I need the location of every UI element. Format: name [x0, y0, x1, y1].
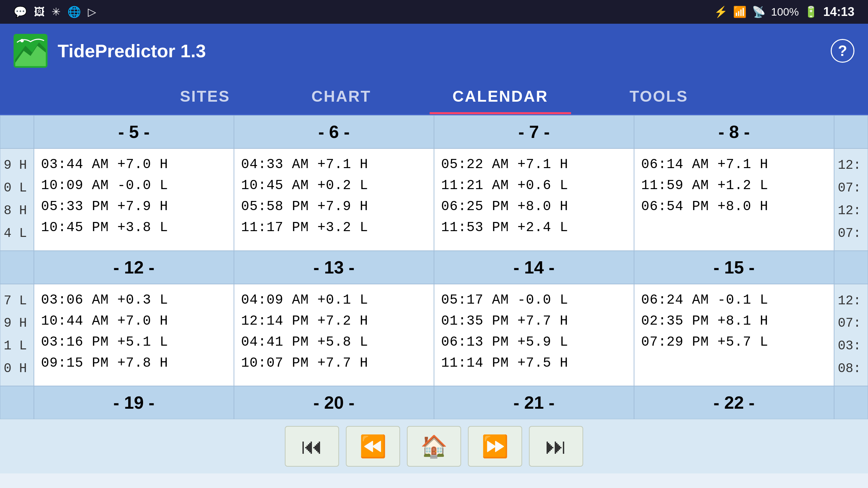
tab-chart[interactable]: CHART — [271, 78, 412, 114]
week1-right-t4: 07: — [838, 222, 864, 245]
week2-left-header — [0, 251, 34, 284]
week1-day7-tides: 05:22 AM +7.1 H 11:21 AM +0.6 L 06:25 PM… — [434, 148, 634, 251]
week3-day22-header[interactable]: - 22 - — [634, 386, 834, 419]
week2-day12-tide1: 03:06 AM +0.3 L — [41, 290, 227, 311]
week2-right-header — [834, 251, 868, 284]
week2-right-t3: 03: — [838, 335, 864, 358]
week1-day6-tide1: 04:33 AM +7.1 H — [241, 154, 427, 175]
week3-left-header — [0, 386, 34, 419]
week2-left-t1: 7 L — [4, 290, 30, 312]
status-icons-right: ⚡ 📶 📡 100% 🔋 14:13 — [714, 5, 854, 19]
week2-day13-header[interactable]: - 13 - — [234, 251, 434, 284]
nav-tabs: SITES CHART CALENDAR TOOLS — [0, 78, 868, 115]
week2-day12-tides: 03:06 AM +0.3 L 10:44 AM +7.0 H 03:16 PM… — [34, 284, 234, 386]
week1-left-t4: 4 L — [4, 222, 30, 245]
week2-right-tides: 12: 07: 03: 08: — [834, 284, 868, 386]
home-button[interactable]: 🏠 — [407, 426, 461, 467]
battery-percent: 100% — [771, 6, 799, 18]
week2-day13-tides: 04:09 AM +0.1 L 12:14 PM +7.2 H 04:41 PM… — [234, 284, 434, 386]
app-bar: TidePredictor 1.3 ? — [0, 24, 868, 78]
globe-icon: 🌐 — [67, 5, 81, 18]
week1-day7-tide4: 11:53 PM +2.4 L — [441, 217, 627, 238]
week2-left-t4: 0 H — [4, 358, 30, 380]
week1-day5-header[interactable]: - 5 - — [34, 115, 234, 148]
week1-day7-tide1: 05:22 AM +7.1 H — [441, 154, 627, 175]
week1-left-header — [0, 115, 34, 148]
week3-day19-header[interactable]: - 19 - — [34, 386, 234, 419]
week1-day5-tide3: 05:33 PM +7.9 H — [41, 196, 227, 217]
help-button[interactable]: ? — [831, 39, 854, 63]
week2-day15-tide1: 06:24 AM -0.1 L — [641, 290, 827, 311]
message-icon: 💬 — [14, 5, 27, 18]
week1-day7-header[interactable]: - 7 - — [434, 115, 634, 148]
week2-left-tides: 7 L 9 H 1 L 0 H — [0, 284, 34, 386]
week2-right-t4: 08: — [838, 358, 864, 380]
week3-right-header — [834, 386, 868, 419]
tab-tools[interactable]: TOOLS — [589, 78, 729, 114]
week1-day7-tide3: 06:25 PM +8.0 H — [441, 196, 627, 217]
week1-day5-tide4: 10:45 PM +3.8 L — [41, 217, 227, 238]
week1-right-header — [834, 115, 868, 148]
wifi-icon: 📶 — [733, 5, 747, 18]
week1-left-t2: 0 L — [4, 177, 30, 200]
tab-calendar[interactable]: CALENDAR — [412, 78, 589, 114]
week2-day15-tides: 06:24 AM -0.1 L 02:35 PM +8.1 H 07:29 PM… — [634, 284, 834, 386]
week2-day12-tide3: 03:16 PM +5.1 L — [41, 332, 227, 353]
week2-day15-tide3: 07:29 PM +5.7 L — [641, 332, 827, 353]
svg-point-3 — [20, 39, 24, 42]
week1-day6-tides: 04:33 AM +7.1 H 10:45 AM +0.2 L 05:58 PM… — [234, 148, 434, 251]
signal-icon: 📡 — [752, 5, 766, 18]
week1-left-t3: 8 H — [4, 200, 30, 222]
calendar-grid: - 5 - - 6 - - 7 - - 8 - 9 H 0 L 8 H 4 L … — [0, 115, 868, 419]
bluetooth-icon: ⚡ — [714, 5, 728, 18]
week1-right-t1: 12: — [838, 154, 864, 177]
week2-day14-tide1: 05:17 AM -0.0 L — [441, 290, 627, 311]
image-icon: 🖼 — [34, 6, 45, 18]
week1-day6-tide3: 05:58 PM +7.9 H — [241, 196, 427, 217]
week1-left-tides: 9 H 0 L 8 H 4 L — [0, 148, 34, 251]
app-title: TidePredictor 1.3 — [58, 40, 206, 61]
week1-day6-header[interactable]: - 6 - — [234, 115, 434, 148]
week1-right-t3: 12: — [838, 200, 864, 222]
prev-button[interactable]: ⏪ — [346, 426, 400, 467]
app-logo — [14, 34, 47, 68]
week1-day5-tide2: 10:09 AM -0.0 L — [41, 175, 227, 196]
week2-day15-tide2: 02:35 PM +8.1 H — [641, 311, 827, 332]
week1-day7-tide2: 11:21 AM +0.6 L — [441, 175, 627, 196]
status-bar: 💬 🖼 ✳ 🌐 ▷ ⚡ 📶 📡 100% 🔋 14:13 — [0, 0, 868, 24]
week1-day8-tide1: 06:14 AM +7.1 H — [641, 154, 827, 175]
battery-icon: 🔋 — [804, 5, 818, 18]
week1-day6-tide4: 11:17 PM +3.2 L — [241, 217, 427, 238]
play-icon: ▷ — [88, 5, 96, 18]
first-button[interactable]: ⏮ — [285, 426, 339, 467]
week2-day12-tide2: 10:44 AM +7.0 H — [41, 311, 227, 332]
week2-right-t1: 12: — [838, 290, 864, 312]
week1-day8-tide3: 06:54 PM +8.0 H — [641, 196, 827, 217]
week1-day8-tide2: 11:59 AM +1.2 L — [641, 175, 827, 196]
week2-day14-header[interactable]: - 14 - — [434, 251, 634, 284]
week2-day13-tide2: 12:14 PM +7.2 H — [241, 311, 427, 332]
week1-right-t2: 07: — [838, 177, 864, 200]
next-button[interactable]: ⏩ — [468, 426, 522, 467]
week1-day5-tide1: 03:44 AM +7.0 H — [41, 154, 227, 175]
status-icons-left: 💬 🖼 ✳ 🌐 ▷ — [14, 5, 96, 18]
week1-day8-header[interactable]: - 8 - — [634, 115, 834, 148]
week1-day5-tides: 03:44 AM +7.0 H 10:09 AM -0.0 L 05:33 PM… — [34, 148, 234, 251]
week2-day13-tide3: 04:41 PM +5.8 L — [241, 332, 427, 353]
week1-day8-tides: 06:14 AM +7.1 H 11:59 AM +1.2 L 06:54 PM… — [634, 148, 834, 251]
week2-left-t3: 1 L — [4, 335, 30, 358]
week3-day20-header[interactable]: - 20 - — [234, 386, 434, 419]
last-button[interactable]: ⏭ — [529, 426, 583, 467]
bottom-nav: ⏮ ⏪ 🏠 ⏩ ⏭ — [0, 419, 868, 473]
week2-left-t2: 9 H — [4, 312, 30, 335]
week2-day13-tide1: 04:09 AM +0.1 L — [241, 290, 427, 311]
week2-day14-tides: 05:17 AM -0.0 L 01:35 PM +7.7 H 06:13 PM… — [434, 284, 634, 386]
tab-sites[interactable]: SITES — [139, 78, 271, 114]
week3-day21-header[interactable]: - 21 - — [434, 386, 634, 419]
week1-day6-tide2: 10:45 AM +0.2 L — [241, 175, 427, 196]
week2-day15-header[interactable]: - 15 - — [634, 251, 834, 284]
week2-day12-header[interactable]: - 12 - — [34, 251, 234, 284]
week2-right-t2: 07: — [838, 312, 864, 335]
week1-left-t1: 9 H — [4, 154, 30, 177]
week2-day14-tide4: 11:14 PM +7.5 H — [441, 353, 627, 374]
